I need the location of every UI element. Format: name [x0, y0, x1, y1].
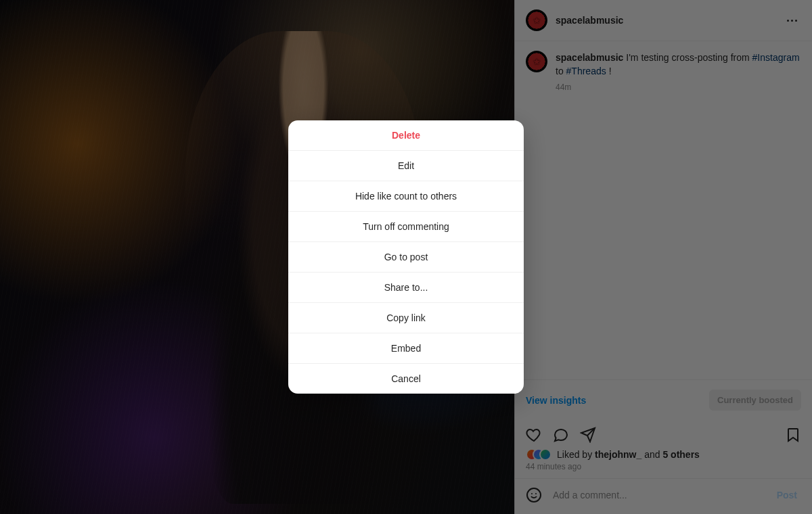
- option-share-to[interactable]: Share to...: [288, 273, 524, 303]
- option-hide-likes[interactable]: Hide like count to others: [288, 181, 524, 212]
- post-viewer: spacelabmusic spacelabmusic I'm testing …: [0, 0, 812, 514]
- option-edit[interactable]: Edit: [288, 151, 524, 181]
- option-go-to-post[interactable]: Go to post: [288, 242, 524, 273]
- options-modal: Delete Edit Hide like count to others Tu…: [288, 120, 524, 394]
- option-turn-off-comments[interactable]: Turn off commenting: [288, 212, 524, 242]
- option-copy-link[interactable]: Copy link: [288, 303, 524, 333]
- option-delete[interactable]: Delete: [288, 120, 524, 151]
- option-cancel[interactable]: Cancel: [288, 364, 524, 394]
- option-embed[interactable]: Embed: [288, 333, 524, 364]
